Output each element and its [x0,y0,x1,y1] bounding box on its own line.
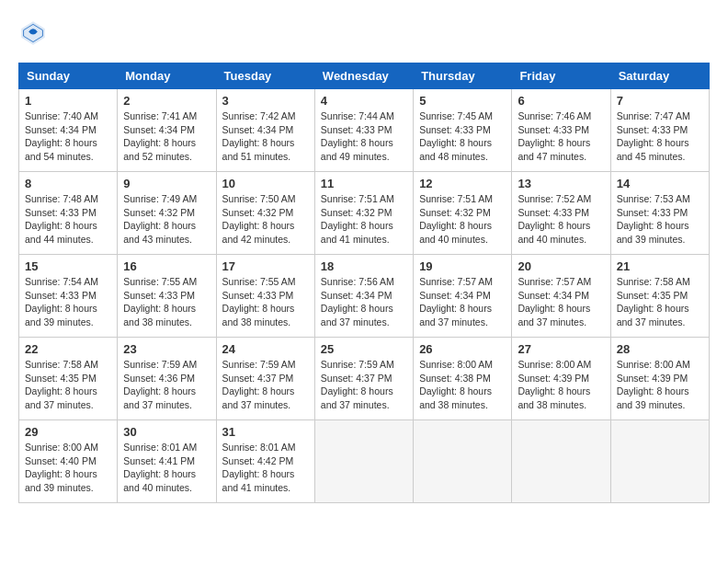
col-tuesday: Tuesday [216,63,314,89]
day-number: 19 [419,259,506,273]
day-info: Sunrise: 7:53 AMSunset: 4:33 PMDaylight:… [617,192,703,247]
day-info: Sunrise: 7:50 AMSunset: 4:32 PMDaylight:… [222,192,309,247]
day-info: Sunrise: 7:42 AMSunset: 4:34 PMDaylight:… [222,109,309,164]
day-info: Sunrise: 7:55 AMSunset: 4:33 PMDaylight:… [222,275,309,329]
day-number: 10 [222,177,309,190]
day-info: Sunrise: 7:57 AMSunset: 4:34 PMDaylight:… [518,275,604,329]
day-number: 3 [222,94,309,108]
day-cell-19: 19Sunrise: 7:57 AMSunset: 4:34 PMDayligh… [414,255,512,338]
day-cell-22: 22Sunrise: 7:58 AMSunset: 4:35 PMDayligh… [19,338,118,420]
day-cell-30: 30Sunrise: 8:01 AMSunset: 4:41 PMDayligh… [118,420,216,503]
day-number: 2 [123,94,210,108]
day-cell-null [610,420,709,503]
day-number: 5 [419,94,506,108]
day-number: 11 [321,177,407,190]
calendar-week-row: 22Sunrise: 7:58 AMSunset: 4:35 PMDayligh… [19,338,710,420]
day-number: 14 [617,177,703,190]
col-saturday: Saturday [610,63,709,89]
day-number: 27 [518,342,604,356]
day-cell-24: 24Sunrise: 7:59 AMSunset: 4:37 PMDayligh… [216,338,314,420]
day-cell-8: 8Sunrise: 7:48 AMSunset: 4:33 PMDaylight… [19,172,118,255]
col-sunday: Sunday [19,63,118,89]
day-info: Sunrise: 8:01 AMSunset: 4:42 PMDaylight:… [222,441,309,495]
day-number: 13 [518,177,604,190]
day-info: Sunrise: 7:58 AMSunset: 4:35 PMDaylight:… [617,275,703,329]
day-number: 24 [222,342,309,356]
page-header [18,18,710,48]
day-info: Sunrise: 8:00 AMSunset: 4:39 PMDaylight:… [617,358,703,412]
day-cell-4: 4Sunrise: 7:44 AMSunset: 4:33 PMDaylight… [314,89,413,172]
day-number: 6 [518,94,604,108]
day-cell-28: 28Sunrise: 8:00 AMSunset: 4:39 PMDayligh… [610,338,709,420]
day-number: 31 [222,425,309,439]
day-info: Sunrise: 7:48 AMSunset: 4:33 PMDaylight:… [25,192,111,247]
day-number: 9 [123,177,210,190]
day-info: Sunrise: 7:58 AMSunset: 4:35 PMDaylight:… [25,358,111,412]
day-cell-15: 15Sunrise: 7:54 AMSunset: 4:33 PMDayligh… [19,255,118,338]
logo [18,18,51,48]
calendar-week-row: 8Sunrise: 7:48 AMSunset: 4:33 PMDaylight… [19,172,710,255]
day-info: Sunrise: 8:00 AMSunset: 4:40 PMDaylight:… [25,441,111,495]
day-cell-null [314,420,413,503]
day-cell-11: 11Sunrise: 7:51 AMSunset: 4:32 PMDayligh… [314,172,413,255]
day-cell-3: 3Sunrise: 7:42 AMSunset: 4:34 PMDaylight… [216,89,314,172]
day-cell-18: 18Sunrise: 7:56 AMSunset: 4:34 PMDayligh… [314,255,413,338]
day-info: Sunrise: 8:00 AMSunset: 4:38 PMDaylight:… [419,358,506,412]
day-number: 22 [25,342,111,356]
day-number: 23 [123,342,210,356]
day-info: Sunrise: 8:01 AMSunset: 4:41 PMDaylight:… [123,441,210,495]
day-number: 25 [321,342,407,356]
col-monday: Monday [118,63,216,89]
day-info: Sunrise: 7:59 AMSunset: 4:36 PMDaylight:… [123,358,210,412]
day-info: Sunrise: 7:54 AMSunset: 4:33 PMDaylight:… [25,275,111,329]
day-info: Sunrise: 7:56 AMSunset: 4:34 PMDaylight:… [321,275,407,329]
calendar-week-row: 29Sunrise: 8:00 AMSunset: 4:40 PMDayligh… [19,420,710,503]
calendar-week-row: 15Sunrise: 7:54 AMSunset: 4:33 PMDayligh… [19,255,710,338]
day-info: Sunrise: 7:59 AMSunset: 4:37 PMDaylight:… [222,358,309,412]
day-number: 16 [123,259,210,273]
day-cell-23: 23Sunrise: 7:59 AMSunset: 4:36 PMDayligh… [118,338,216,420]
day-cell-5: 5Sunrise: 7:45 AMSunset: 4:33 PMDaylight… [414,89,512,172]
day-cell-null [414,420,512,503]
day-number: 28 [617,342,703,356]
day-cell-10: 10Sunrise: 7:50 AMSunset: 4:32 PMDayligh… [216,172,314,255]
day-cell-1: 1Sunrise: 7:40 AMSunset: 4:34 PMDaylight… [19,89,118,172]
day-cell-2: 2Sunrise: 7:41 AMSunset: 4:34 PMDaylight… [118,89,216,172]
day-cell-14: 14Sunrise: 7:53 AMSunset: 4:33 PMDayligh… [610,172,709,255]
day-info: Sunrise: 8:00 AMSunset: 4:39 PMDaylight:… [518,358,604,412]
day-number: 12 [419,177,506,190]
day-info: Sunrise: 7:57 AMSunset: 4:34 PMDaylight:… [419,275,506,329]
calendar-week-row: 1Sunrise: 7:40 AMSunset: 4:34 PMDaylight… [19,89,710,172]
calendar-table: Sunday Monday Tuesday Wednesday Thursday… [18,63,710,503]
day-cell-20: 20Sunrise: 7:57 AMSunset: 4:34 PMDayligh… [512,255,610,338]
day-number: 15 [25,259,111,273]
day-number: 29 [25,425,111,439]
day-cell-null [512,420,610,503]
day-number: 1 [25,94,111,108]
day-cell-29: 29Sunrise: 8:00 AMSunset: 4:40 PMDayligh… [19,420,118,503]
day-number: 26 [419,342,506,356]
day-info: Sunrise: 7:46 AMSunset: 4:33 PMDaylight:… [518,109,604,164]
day-cell-21: 21Sunrise: 7:58 AMSunset: 4:35 PMDayligh… [610,255,709,338]
day-info: Sunrise: 7:41 AMSunset: 4:34 PMDaylight:… [123,109,210,164]
day-cell-9: 9Sunrise: 7:49 AMSunset: 4:32 PMDaylight… [118,172,216,255]
day-info: Sunrise: 7:51 AMSunset: 4:32 PMDaylight:… [321,192,407,247]
logo-icon [18,18,48,48]
calendar-header-row: Sunday Monday Tuesday Wednesday Thursday… [19,63,710,89]
day-number: 8 [25,177,111,190]
col-thursday: Thursday [414,63,512,89]
day-number: 4 [321,94,407,108]
day-cell-7: 7Sunrise: 7:47 AMSunset: 4:33 PMDaylight… [610,89,709,172]
col-friday: Friday [512,63,610,89]
day-info: Sunrise: 7:40 AMSunset: 4:34 PMDaylight:… [25,109,111,164]
day-number: 30 [123,425,210,439]
day-cell-16: 16Sunrise: 7:55 AMSunset: 4:33 PMDayligh… [118,255,216,338]
day-info: Sunrise: 7:45 AMSunset: 4:33 PMDaylight:… [419,109,506,164]
day-cell-27: 27Sunrise: 8:00 AMSunset: 4:39 PMDayligh… [512,338,610,420]
day-cell-13: 13Sunrise: 7:52 AMSunset: 4:33 PMDayligh… [512,172,610,255]
day-number: 7 [617,94,703,108]
day-info: Sunrise: 7:52 AMSunset: 4:33 PMDaylight:… [518,192,604,247]
day-number: 21 [617,259,703,273]
day-info: Sunrise: 7:55 AMSunset: 4:33 PMDaylight:… [123,275,210,329]
day-number: 18 [321,259,407,273]
